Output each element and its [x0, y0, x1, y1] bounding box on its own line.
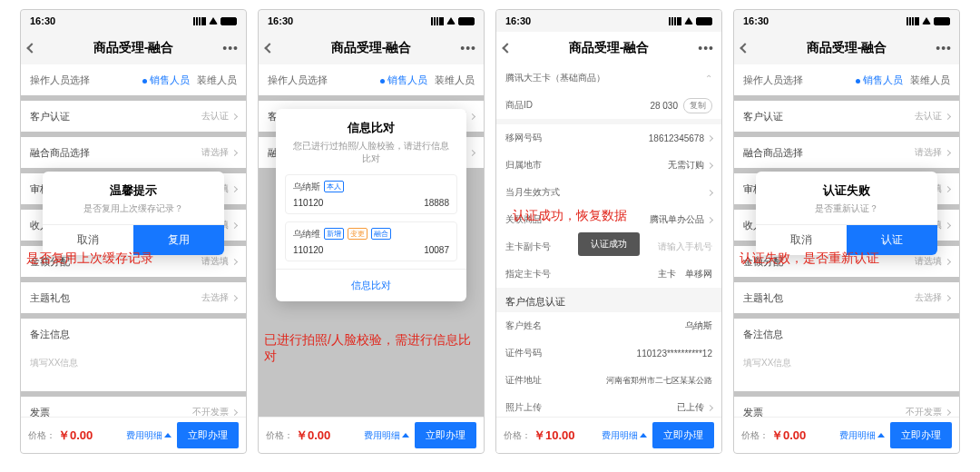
- submit-button[interactable]: 立即办理: [415, 422, 476, 448]
- submit-button[interactable]: 立即办理: [177, 422, 239, 448]
- note-textarea[interactable]: 填写XX信息: [21, 349, 246, 391]
- status-icons: [669, 17, 712, 25]
- row-gift[interactable]: 主题礼包去选择: [21, 282, 246, 313]
- chevron-right-icon: [231, 294, 238, 300]
- note-textarea[interactable]: 填写XX信息: [734, 349, 959, 391]
- page-title: 商品受理-融合: [807, 40, 887, 56]
- fee-detail-link[interactable]: 费用明细: [126, 429, 172, 442]
- tag-change: 变更: [348, 228, 368, 240]
- tab-sales[interactable]: 销售人员: [856, 74, 903, 87]
- row-ship[interactable]: 发票不开发票: [734, 397, 959, 417]
- price-value: ￥10.00: [534, 428, 575, 444]
- operator-select-row: 操作人员选择 销售人员 装维人员: [734, 64, 959, 95]
- row-mobile-number[interactable]: 移网号码18612345678: [496, 124, 721, 152]
- fee-detail-link[interactable]: 费用明细: [364, 429, 409, 442]
- chevron-right-icon: [231, 185, 238, 192]
- more-button[interactable]: •••: [460, 32, 476, 64]
- more-button[interactable]: •••: [222, 32, 239, 64]
- status-time: 16:30: [743, 15, 769, 26]
- chevron-right-icon: [945, 294, 951, 300]
- row-effect-mode[interactable]: 当月生效方式: [496, 179, 721, 206]
- nav-bar: 商品受理-融合 •••: [496, 32, 721, 64]
- battery-icon: [220, 17, 237, 25]
- status-time: 16:30: [30, 15, 55, 26]
- row-note: 备注信息: [21, 319, 246, 349]
- tab-install[interactable]: 装维人员: [910, 74, 950, 87]
- copy-button[interactable]: 复制: [683, 98, 712, 113]
- chevron-right-icon: [707, 404, 713, 410]
- modal-subtitle: 是否复用上次缓存记录？: [43, 202, 224, 224]
- operator-label: 操作人员选择: [268, 74, 373, 87]
- back-button[interactable]: [266, 32, 273, 64]
- status-bar: 16:30: [734, 10, 959, 32]
- wifi-icon: [446, 17, 456, 25]
- submit-button[interactable]: 立即办理: [890, 422, 952, 448]
- tab-install[interactable]: 装维人员: [435, 74, 475, 87]
- footer-bar: 价格： ￥10.00 费用明细 立即办理: [496, 417, 721, 453]
- modal-title: 温馨提示: [43, 172, 224, 202]
- chevron-right-icon: [231, 258, 238, 264]
- toast-success: 认证成功: [578, 232, 640, 256]
- row-photo-upload[interactable]: 照片上传已上传: [496, 394, 721, 417]
- battery-icon: [458, 17, 475, 25]
- radio-dot-icon: [856, 79, 860, 84]
- back-button[interactable]: [28, 32, 35, 64]
- status-time: 16:30: [268, 15, 293, 26]
- row-region[interactable]: 归属地市无需订购: [496, 152, 721, 179]
- tag-self: 本人: [324, 181, 344, 192]
- chevron-right-icon: [231, 149, 238, 155]
- chevron-left-icon: [502, 43, 512, 53]
- price-label: 价格：: [741, 429, 769, 442]
- footer-bar: 价格： ￥0.00 费用明细 立即办理: [259, 417, 484, 453]
- more-button[interactable]: •••: [698, 32, 714, 64]
- annotation-text: 已进行拍照/人脸校验，需进行信息比对: [264, 332, 473, 365]
- compare-link[interactable]: 信息比对: [276, 269, 466, 301]
- operator-select-row: 操作人员选择 销售人员 装维人员: [259, 64, 484, 95]
- fee-detail-link[interactable]: 费用明细: [839, 429, 885, 442]
- back-button[interactable]: [504, 32, 511, 64]
- chevron-left-icon: [264, 43, 274, 53]
- chevron-right-icon: [469, 113, 475, 119]
- modal-auth-fail: 认证失败 是否重新认证？ 取消 认证: [756, 172, 937, 255]
- price-label: 价格：: [266, 429, 293, 442]
- row-product[interactable]: 融合商品选择请选择: [734, 137, 959, 168]
- page-title: 商品受理-融合: [569, 40, 650, 56]
- compare-card-2[interactable]: 乌纳维新增变更融合 11012010087: [285, 221, 457, 261]
- row-ship[interactable]: 发票不开发票: [21, 397, 246, 417]
- row-product-id: 商品ID28 030复制: [496, 92, 721, 119]
- annotation-text: 认证失败，是否重新认证: [740, 251, 879, 267]
- radio-dot-icon: [142, 79, 147, 84]
- row-note: 备注信息: [734, 319, 959, 349]
- modal-title: 认证失败: [756, 172, 937, 202]
- row-cust-auth[interactable]: 客户认证去认证: [21, 101, 246, 132]
- tab-sales[interactable]: 销售人员: [380, 74, 427, 87]
- row-cust-auth[interactable]: 客户认证去认证: [734, 101, 959, 132]
- chevron-left-icon: [26, 43, 36, 53]
- card-name: 乌纳斯: [293, 181, 320, 193]
- chevron-right-icon: [231, 221, 238, 228]
- chevron-left-icon: [740, 43, 750, 53]
- fee-detail-link[interactable]: 费用明细: [602, 429, 647, 442]
- chevron-right-icon: [707, 134, 713, 141]
- submit-button[interactable]: 立即办理: [652, 422, 714, 448]
- modal-subtitle: 是否重新认证？: [756, 202, 937, 224]
- tab-sales[interactable]: 销售人员: [142, 74, 190, 87]
- row-gift[interactable]: 主题礼包去选择: [734, 282, 959, 313]
- section-cust-auth: 客户信息认证: [496, 288, 721, 312]
- modal-subtitle: 您已进行过拍照/人脸校验，请进行信息比对: [276, 140, 466, 174]
- tab-install[interactable]: 装维人员: [197, 74, 237, 87]
- more-button[interactable]: •••: [936, 32, 952, 64]
- row-cust-name: 客户姓名乌纳斯: [496, 312, 721, 339]
- row-product[interactable]: 融合商品选择请选择: [21, 137, 246, 168]
- chevron-right-icon: [707, 189, 713, 195]
- collapse-icon[interactable]: ⌃: [705, 74, 712, 84]
- annotation-text: 是否复用上次缓存记录: [26, 251, 153, 267]
- row-main-card[interactable]: 指定主卡号主卡单移网: [496, 261, 721, 288]
- nav-bar: 商品受理-融合 •••: [734, 32, 959, 64]
- modal-info-compare: 信息比对 您已进行过拍照/人脸校验，请进行信息比对 乌纳斯本人 11012018…: [276, 109, 466, 301]
- wifi-icon: [684, 17, 693, 25]
- back-button[interactable]: [741, 32, 749, 64]
- status-bar: 16:30: [496, 10, 721, 32]
- price-value: ￥0.00: [296, 428, 330, 444]
- compare-card-1[interactable]: 乌纳斯本人 11012018888: [285, 174, 457, 214]
